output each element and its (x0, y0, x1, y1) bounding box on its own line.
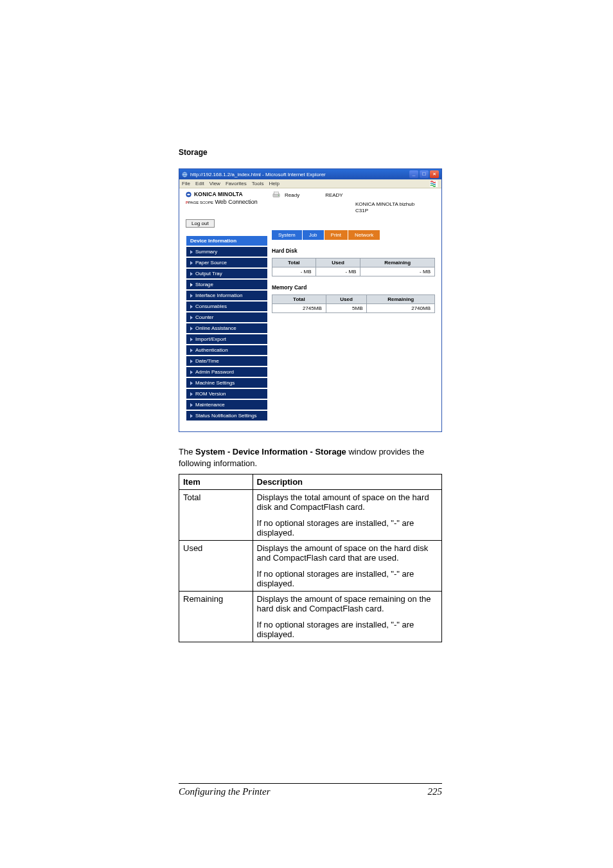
nav-date-time[interactable]: Date/Time (186, 356, 268, 366)
menu-edit[interactable]: Edit (195, 181, 204, 186)
nav-consumables[interactable]: Consumables (186, 301, 268, 312)
nav-header: Device Information (186, 235, 268, 246)
svg-rect-5 (274, 192, 279, 194)
page-footer: Configuring the Printer 225 (179, 783, 442, 797)
tab-network[interactable]: Network (348, 230, 380, 240)
titlebar-text: http://192.168.1.2/a_index.html - Micros… (190, 172, 326, 177)
hd-total: - MB (272, 267, 316, 276)
hd-used: - MB (315, 267, 360, 276)
ie-icon (182, 172, 188, 177)
col-remaining-mc: Remaining (367, 294, 435, 303)
section-heading: Storage (179, 148, 442, 157)
col-total: Total (272, 258, 316, 267)
nav-rom-version[interactable]: ROM Version (186, 388, 268, 399)
close-button[interactable]: × (430, 170, 439, 178)
col-total-mc: Total (272, 294, 326, 303)
logout-button[interactable]: Log out (186, 219, 215, 228)
window-controls: _ □ × (409, 170, 439, 178)
nav-import-export[interactable]: Import/Export (186, 334, 268, 345)
desc-header-item: Item (179, 475, 253, 490)
desc-item-used: Used (179, 541, 253, 592)
nav-authentication[interactable]: Authentication (186, 345, 268, 356)
nav-admin-password[interactable]: Admin Password (186, 366, 268, 377)
brand-logo-icon (186, 192, 191, 197)
mc-used: 5MB (326, 303, 367, 312)
tab-job[interactable]: Job (303, 230, 324, 240)
desc-header-desc: Description (253, 475, 441, 490)
desc-desc-remaining: Displays the amount of space remaining o… (253, 592, 441, 642)
nav-counter[interactable]: Counter (186, 312, 268, 323)
tab-system[interactable]: System (272, 230, 303, 240)
desc-item-total: Total (179, 490, 253, 541)
menu-favorites[interactable]: Favorites (226, 181, 247, 186)
footer-page: 225 (428, 786, 443, 797)
status-value: READY (325, 192, 343, 198)
svg-point-3 (187, 194, 190, 195)
desc-desc-used: Displays the amount of space on the hard… (253, 541, 441, 592)
desc-item-remaining: Remaining (179, 592, 253, 642)
menu-file[interactable]: File (182, 181, 190, 186)
nav-storage[interactable]: Storage (186, 279, 268, 290)
mc-remaining: 2740MB (367, 303, 435, 312)
printer-status-icon (272, 191, 281, 199)
maximize-button[interactable]: □ (420, 170, 429, 178)
menu-tools[interactable]: Tools (252, 181, 264, 186)
nav-maintenance[interactable]: Maintenance (186, 399, 268, 410)
browser-window: http://192.168.1.2/a_index.html - Micros… (179, 168, 442, 432)
device-name: KONICA MINOLTA bizhub C31P (355, 201, 435, 215)
tab-row: System Job Print Network (272, 230, 435, 240)
col-remaining: Remaining (360, 258, 435, 267)
memory-card-table: Total Used Remaining 2745MB 5MB 2740MB (272, 294, 435, 313)
mc-total: 2745MB (272, 303, 326, 312)
minimize-button[interactable]: _ (409, 170, 418, 178)
nav-output-tray[interactable]: Output Tray (186, 268, 268, 279)
description-table: Item Description Total Displays the tota… (179, 474, 442, 642)
nav-paper-source[interactable]: Paper Source (186, 257, 268, 268)
col-used: Used (315, 258, 360, 267)
brand-subtitle: PPAGE SCOPE Web Connection (186, 199, 268, 205)
brand-name: KONICA MINOLTA (194, 191, 243, 197)
tab-print[interactable]: Print (324, 230, 348, 240)
footer-title: Configuring the Printer (179, 786, 271, 797)
col-used-mc: Used (326, 294, 367, 303)
hard-disk-heading: Hard Disk (272, 248, 435, 254)
nav-status-notification[interactable]: Status Notification Settings (186, 410, 268, 421)
nav-machine-settings[interactable]: Machine Settings (186, 377, 268, 388)
intro-paragraph: The System - Device Information - Storag… (179, 446, 442, 469)
menu-view[interactable]: View (209, 181, 220, 186)
hard-disk-table: Total Used Remaining - MB - MB - MB (272, 258, 435, 276)
menubar: File Edit View Favorites Tools Help (179, 179, 441, 188)
menu-help[interactable]: Help (269, 181, 279, 186)
svg-point-6 (278, 195, 279, 195)
ie-throbber-icon (429, 180, 439, 188)
nav-interface-info[interactable]: Interface Information (186, 290, 268, 301)
nav-list: Device Information Summary Paper Source … (186, 235, 268, 421)
nav-online-assistance[interactable]: Online Assistance (186, 323, 268, 334)
desc-desc-total: Displays the total amount of space on th… (253, 490, 441, 541)
nav-summary[interactable]: Summary (186, 246, 268, 257)
memory-card-heading: Memory Card (272, 284, 435, 291)
hd-remaining: - MB (360, 267, 435, 276)
status-label: Ready (285, 192, 299, 198)
titlebar: http://192.168.1.2/a_index.html - Micros… (179, 169, 441, 179)
